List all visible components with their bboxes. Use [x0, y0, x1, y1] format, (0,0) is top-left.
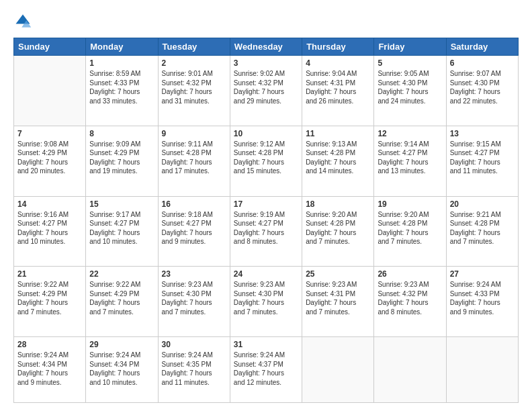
calendar-cell: 23Sunrise: 9:23 AM Sunset: 4:30 PM Dayli…: [158, 267, 230, 337]
day-number: 25: [306, 269, 370, 279]
header: [13, 12, 519, 31]
day-number: 2: [162, 58, 226, 68]
day-number: 18: [306, 199, 370, 209]
cell-info: Sunrise: 9:04 AM Sunset: 4:31 PM Dayligh…: [306, 69, 370, 105]
day-number: 24: [234, 269, 298, 279]
logo: [13, 12, 35, 31]
week-row-2: 14Sunrise: 9:16 AM Sunset: 4:27 PM Dayli…: [14, 196, 519, 267]
cell-info: Sunrise: 9:18 AM Sunset: 4:27 PM Dayligh…: [162, 210, 226, 246]
cell-info: Sunrise: 9:22 AM Sunset: 4:29 PM Dayligh…: [89, 280, 154, 316]
day-number: 19: [378, 199, 442, 209]
cell-info: Sunrise: 9:23 AM Sunset: 4:32 PM Dayligh…: [378, 280, 442, 316]
page: SundayMondayTuesdayWednesdayThursdayFrid…: [0, 0, 532, 411]
cell-info: Sunrise: 9:09 AM Sunset: 4:29 PM Dayligh…: [89, 140, 154, 176]
calendar-cell: 28Sunrise: 9:24 AM Sunset: 4:34 PM Dayli…: [14, 337, 86, 403]
day-number: 17: [234, 199, 298, 209]
cell-info: Sunrise: 9:24 AM Sunset: 4:35 PM Dayligh…: [162, 351, 226, 387]
week-row-4: 28Sunrise: 9:24 AM Sunset: 4:34 PM Dayli…: [14, 337, 519, 403]
calendar-cell: 2Sunrise: 9:01 AM Sunset: 4:32 PM Daylig…: [158, 56, 230, 126]
calendar-cell: 25Sunrise: 9:23 AM Sunset: 4:31 PM Dayli…: [302, 267, 374, 337]
day-number: 9: [162, 129, 226, 138]
calendar-cell: 22Sunrise: 9:22 AM Sunset: 4:29 PM Dayli…: [86, 267, 158, 337]
day-number: 21: [17, 269, 82, 279]
calendar-cell: 3Sunrise: 9:02 AM Sunset: 4:32 PM Daylig…: [230, 56, 302, 126]
weekday-header-friday: Friday: [374, 38, 446, 56]
calendar-cell: 14Sunrise: 9:16 AM Sunset: 4:27 PM Dayli…: [14, 196, 86, 267]
calendar-cell: 1Sunrise: 8:59 AM Sunset: 4:33 PM Daylig…: [86, 56, 158, 126]
calendar-cell: 17Sunrise: 9:19 AM Sunset: 4:27 PM Dayli…: [230, 196, 302, 267]
day-number: 13: [450, 129, 515, 138]
calendar-cell: 15Sunrise: 9:17 AM Sunset: 4:27 PM Dayli…: [86, 196, 158, 267]
cell-info: Sunrise: 9:11 AM Sunset: 4:28 PM Dayligh…: [162, 140, 226, 176]
calendar-cell: 27Sunrise: 9:24 AM Sunset: 4:33 PM Dayli…: [446, 267, 518, 337]
calendar-cell: 30Sunrise: 9:24 AM Sunset: 4:35 PM Dayli…: [158, 337, 230, 403]
day-number: 20: [450, 199, 515, 209]
cell-info: Sunrise: 9:21 AM Sunset: 4:28 PM Dayligh…: [450, 210, 515, 246]
calendar-cell: 20Sunrise: 9:21 AM Sunset: 4:28 PM Dayli…: [446, 196, 518, 267]
cell-info: Sunrise: 9:20 AM Sunset: 4:28 PM Dayligh…: [378, 210, 442, 246]
weekday-header-saturday: Saturday: [446, 38, 518, 56]
calendar-cell: 26Sunrise: 9:23 AM Sunset: 4:32 PM Dayli…: [374, 267, 446, 337]
cell-info: Sunrise: 9:08 AM Sunset: 4:29 PM Dayligh…: [17, 140, 82, 176]
day-number: 8: [89, 129, 154, 138]
cell-info: Sunrise: 9:14 AM Sunset: 4:27 PM Dayligh…: [378, 140, 442, 176]
calendar-cell: [14, 56, 86, 126]
cell-info: Sunrise: 9:01 AM Sunset: 4:32 PM Dayligh…: [162, 69, 226, 105]
cell-info: Sunrise: 9:19 AM Sunset: 4:27 PM Dayligh…: [234, 210, 298, 246]
week-row-0: 1Sunrise: 8:59 AM Sunset: 4:33 PM Daylig…: [14, 56, 519, 126]
day-number: 29: [89, 340, 154, 349]
calendar-cell: 16Sunrise: 9:18 AM Sunset: 4:27 PM Dayli…: [158, 196, 230, 267]
cell-info: Sunrise: 9:12 AM Sunset: 4:28 PM Dayligh…: [234, 140, 298, 176]
calendar-cell: [374, 337, 446, 403]
weekday-header-wednesday: Wednesday: [230, 38, 302, 56]
day-number: 22: [89, 269, 154, 279]
cell-info: Sunrise: 9:23 AM Sunset: 4:31 PM Dayligh…: [306, 280, 370, 316]
day-number: 28: [17, 340, 82, 349]
cell-info: Sunrise: 9:23 AM Sunset: 4:30 PM Dayligh…: [162, 280, 226, 316]
day-number: 16: [162, 199, 226, 209]
cell-info: Sunrise: 9:16 AM Sunset: 4:27 PM Dayligh…: [17, 210, 82, 246]
cell-info: Sunrise: 9:22 AM Sunset: 4:29 PM Dayligh…: [17, 280, 82, 316]
calendar-cell: 13Sunrise: 9:15 AM Sunset: 4:27 PM Dayli…: [446, 126, 518, 196]
cell-info: Sunrise: 9:05 AM Sunset: 4:30 PM Dayligh…: [378, 69, 442, 105]
cell-info: Sunrise: 9:24 AM Sunset: 4:33 PM Dayligh…: [450, 280, 515, 316]
cell-info: Sunrise: 9:13 AM Sunset: 4:28 PM Dayligh…: [306, 140, 370, 176]
calendar-cell: 4Sunrise: 9:04 AM Sunset: 4:31 PM Daylig…: [302, 56, 374, 126]
calendar-cell: 21Sunrise: 9:22 AM Sunset: 4:29 PM Dayli…: [14, 267, 86, 337]
cell-info: Sunrise: 9:23 AM Sunset: 4:30 PM Dayligh…: [234, 280, 298, 316]
calendar-cell: [302, 337, 374, 403]
day-number: 10: [234, 129, 298, 138]
day-number: 23: [162, 269, 226, 279]
cell-info: Sunrise: 9:20 AM Sunset: 4:28 PM Dayligh…: [306, 210, 370, 246]
weekday-header-sunday: Sunday: [14, 38, 86, 56]
cell-info: Sunrise: 9:07 AM Sunset: 4:30 PM Dayligh…: [450, 69, 515, 105]
week-row-3: 21Sunrise: 9:22 AM Sunset: 4:29 PM Dayli…: [14, 267, 519, 337]
cell-info: Sunrise: 9:24 AM Sunset: 4:34 PM Dayligh…: [89, 351, 154, 387]
day-number: 14: [17, 199, 82, 209]
day-number: 6: [450, 58, 515, 68]
day-number: 12: [378, 129, 442, 138]
calendar-cell: [446, 337, 518, 403]
weekday-header-thursday: Thursday: [302, 38, 374, 56]
logo-icon: [13, 12, 32, 31]
day-number: 30: [162, 340, 226, 349]
day-number: 27: [450, 269, 515, 279]
calendar-cell: 31Sunrise: 9:24 AM Sunset: 4:37 PM Dayli…: [230, 337, 302, 403]
weekday-header-monday: Monday: [86, 38, 158, 56]
weekday-header-tuesday: Tuesday: [158, 38, 230, 56]
day-number: 5: [378, 58, 442, 68]
day-number: 4: [306, 58, 370, 68]
calendar-cell: 24Sunrise: 9:23 AM Sunset: 4:30 PM Dayli…: [230, 267, 302, 337]
calendar-cell: 12Sunrise: 9:14 AM Sunset: 4:27 PM Dayli…: [374, 126, 446, 196]
cell-info: Sunrise: 8:59 AM Sunset: 4:33 PM Dayligh…: [89, 69, 154, 105]
day-number: 11: [306, 129, 370, 138]
week-row-1: 7Sunrise: 9:08 AM Sunset: 4:29 PM Daylig…: [14, 126, 519, 196]
calendar-cell: 19Sunrise: 9:20 AM Sunset: 4:28 PM Dayli…: [374, 196, 446, 267]
calendar-cell: 10Sunrise: 9:12 AM Sunset: 4:28 PM Dayli…: [230, 126, 302, 196]
weekday-header-row: SundayMondayTuesdayWednesdayThursdayFrid…: [14, 38, 519, 56]
day-number: 15: [89, 199, 154, 209]
day-number: 26: [378, 269, 442, 279]
calendar-cell: 7Sunrise: 9:08 AM Sunset: 4:29 PM Daylig…: [14, 126, 86, 196]
calendar-cell: 8Sunrise: 9:09 AM Sunset: 4:29 PM Daylig…: [86, 126, 158, 196]
day-number: 7: [17, 129, 82, 138]
